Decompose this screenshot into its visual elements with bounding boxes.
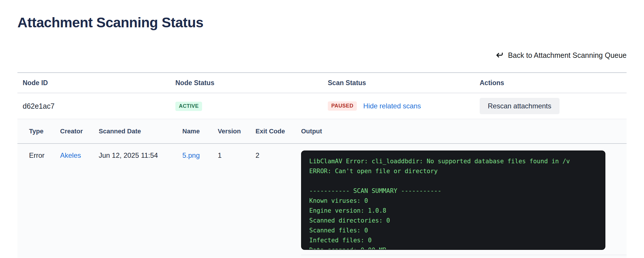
header-scanned-date: Scanned Date xyxy=(99,128,182,135)
scan-creator-link[interactable]: Akeles xyxy=(60,151,81,159)
header-creator: Creator xyxy=(60,128,99,135)
attachment-scanning-page: Attachment Scanning Status Back to Attac… xyxy=(0,15,644,258)
rescan-attachments-button[interactable]: Rescan attachments xyxy=(480,98,560,114)
scan-date: Jun 12, 2025 11:54 xyxy=(99,144,182,160)
page-title: Attachment Scanning Status xyxy=(17,15,627,31)
scan-version: 1 xyxy=(218,144,256,160)
header-version: Version xyxy=(218,128,256,135)
scan-exit-code: 2 xyxy=(256,144,301,160)
node-table: Node ID Node Status Scan Status Actions … xyxy=(17,72,627,119)
scans-table-header: Type Creator Scanned Date Name Version E… xyxy=(17,119,627,144)
scan-output-terminal[interactable]: LibClamAV Error: cli_loaddbdir: No suppo… xyxy=(301,150,605,250)
back-row: Back to Attachment Scanning Queue xyxy=(17,51,627,60)
node-table-header: Node ID Node Status Scan Status Actions xyxy=(17,73,627,93)
scan-status-badge: PAUSED xyxy=(328,101,357,111)
header-name: Name xyxy=(182,128,218,135)
header-scan-status: Scan Status xyxy=(328,79,480,87)
header-node-status: Node Status xyxy=(175,79,328,87)
header-node-id: Node ID xyxy=(23,79,175,87)
hide-related-scans-link[interactable]: Hide related scans xyxy=(363,102,421,110)
related-scans-panel: Type Creator Scanned Date Name Version E… xyxy=(17,119,627,258)
node-table-row: d62e1ac7 ACTIVE PAUSED Hide related scan… xyxy=(17,93,627,119)
header-type: Type xyxy=(29,128,60,135)
scan-row: Error Akeles Jun 12, 2025 11:54 5.png 1 … xyxy=(17,144,627,255)
back-link-label: Back to Attachment Scanning Queue xyxy=(508,51,627,60)
header-output: Output xyxy=(301,128,627,135)
scan-type: Error xyxy=(29,144,60,160)
scan-file-link[interactable]: 5.png xyxy=(182,151,200,159)
back-arrow-icon xyxy=(495,51,504,60)
node-status-badge: ACTIVE xyxy=(175,102,202,111)
scan-output-text: LibClamAV Error: cli_loaddbdir: No suppo… xyxy=(302,151,605,250)
back-to-queue-link[interactable]: Back to Attachment Scanning Queue xyxy=(495,51,627,60)
node-id-value: d62e1ac7 xyxy=(23,102,175,110)
row-divider xyxy=(301,255,627,255)
header-exit-code: Exit Code xyxy=(256,128,301,135)
header-actions: Actions xyxy=(480,79,627,87)
